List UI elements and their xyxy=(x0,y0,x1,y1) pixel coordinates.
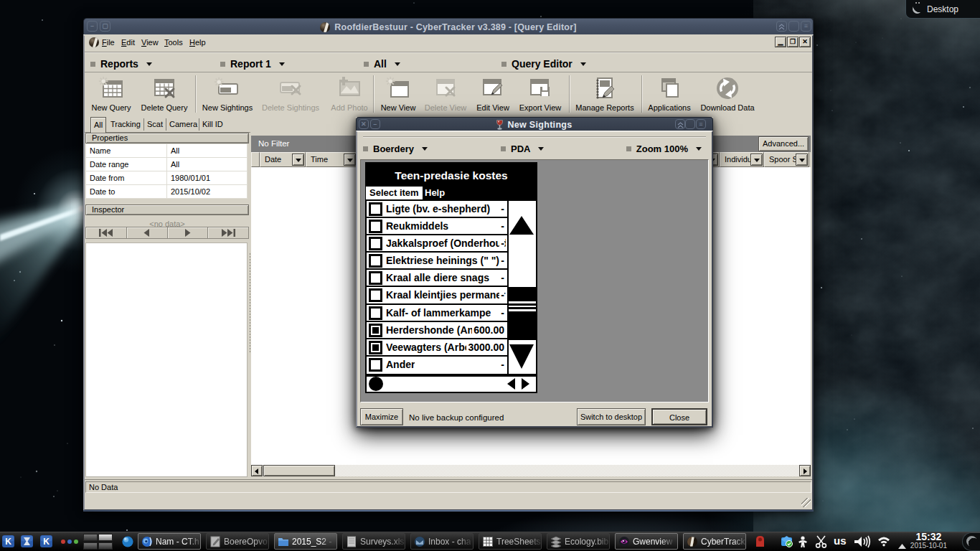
svg-text:K: K xyxy=(43,537,50,547)
svg-text:K: K xyxy=(5,537,11,547)
